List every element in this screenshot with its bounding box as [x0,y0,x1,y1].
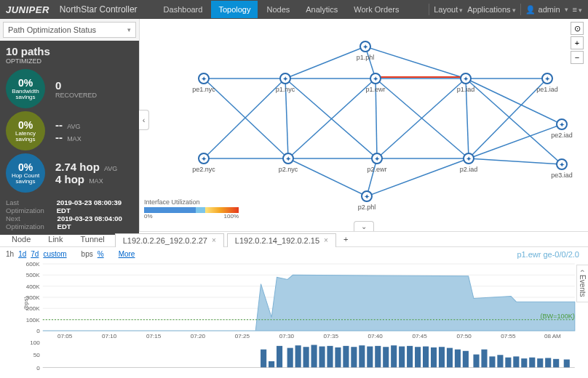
nav-right: Layout▾ Applications▾ 👤 admin▾ ≡▾ [429,4,582,15]
svg-rect-98 [367,347,373,368]
chart-more[interactable]: More [119,250,135,258]
range-custom[interactable]: custom [43,250,66,258]
svg-rect-121 [553,359,559,368]
nav-nodes[interactable]: Nodes [259,1,297,18]
bottom-tabs: Node Link Tunnel L192.0.2.26_192.0.2.27×… [0,231,588,247]
map-tools: ⊙ + − [571,22,584,64]
map-zoom-in-button[interactable]: + [571,36,584,49]
svg-text:✦: ✦ [364,193,370,201]
chevron-down-icon: ▾ [565,6,568,13]
svg-rect-101 [391,345,397,367]
svg-rect-107 [439,347,445,367]
app-title: NorthStar Controller [60,4,138,15]
paths-count: 10 paths [6,45,133,57]
svg-rect-104 [415,347,421,367]
svg-rect-95 [343,346,349,368]
svg-text:07:20: 07:20 [191,333,206,339]
close-icon[interactable]: × [324,236,328,244]
svg-line-11 [288,158,367,196]
svg-text:0: 0 [36,365,40,371]
nav-analytics[interactable]: Analytics [298,1,345,18]
svg-rect-110 [463,351,469,368]
svg-rect-113 [489,356,495,367]
optimization-stats: 10 paths OPTIMIZED 0% Bandwidth savings … [0,41,139,196]
tab-file-0[interactable]: L192.0.2.26_192.0.2.27× [115,233,224,247]
brand-logo: JUNIPER [6,4,49,15]
svg-rect-96 [351,347,357,367]
sidebar: Path Optimization Status ▾ 10 paths OPTI… [0,19,140,231]
svg-text:pe2.iad: pe2.iad [551,132,573,139]
svg-rect-103 [407,346,413,368]
svg-line-7 [469,158,562,164]
svg-rect-85 [261,350,266,368]
svg-text:08 AM: 08 AM [544,333,561,339]
topology-canvas[interactable]: ‹ ✦p1.phl✦pe1.nyc✦p1.nyc✦p1.ewr✦p1.iad✦p… [140,19,588,231]
tab-tunnel[interactable]: Tunnel [73,233,111,246]
svg-line-13 [367,158,469,196]
nav-user[interactable]: 👤 admin▾ [525,5,568,15]
nav-topology[interactable]: Topology [211,1,258,18]
svg-text:✦: ✦ [285,155,291,163]
svg-rect-93 [327,346,333,368]
svg-text:07:45: 07:45 [412,333,427,339]
nav-dashboard[interactable]: Dashboard [156,1,210,18]
nav-work-orders[interactable]: Work Orders [346,1,406,18]
map-center-button[interactable]: ⊙ [571,22,584,35]
user-icon: 👤 [525,5,536,15]
units-pct[interactable]: % [98,250,104,258]
tab-node[interactable]: Node [4,233,38,246]
svg-text:pe1.iad: pe1.iad [536,86,558,93]
svg-rect-100 [383,347,389,367]
range-1h[interactable]: 1h [6,250,14,258]
svg-rect-117 [521,358,527,367]
svg-text:✦: ✦ [373,75,378,83]
close-icon[interactable]: × [212,236,216,244]
svg-text:07:30: 07:30 [279,333,295,339]
svg-rect-102 [399,347,405,368]
recovered-metric: 0 RECOVERED [55,79,97,99]
nav-applications[interactable]: Applications▾ [467,5,515,14]
svg-text:p2.nyc: p2.nyc [279,166,298,173]
separator [520,4,521,15]
chart-controls: 1h 1d 7d custom bps % More [6,250,582,258]
chevron-down-icon: ▾ [127,26,131,33]
svg-rect-115 [505,358,511,368]
svg-text:100: 100 [30,341,40,346]
range-7d[interactable]: 7d [31,250,39,258]
tab-file-1[interactable]: L192.0.2.14_192.0.2.15× [227,233,336,247]
svg-text:07:35: 07:35 [324,333,339,339]
nav-layout[interactable]: Layout▾ [434,5,463,14]
units-bps[interactable]: bps [82,250,93,258]
latency-donut: 0% Latency savings [6,111,45,150]
tab-add-button[interactable]: + [339,235,352,244]
svg-rect-119 [537,358,543,367]
chevron-down-icon: ▾ [512,7,516,14]
svg-rect-111 [473,355,479,368]
svg-text:07:05: 07:05 [57,333,73,339]
range-1d[interactable]: 1d [18,250,26,258]
svg-rect-116 [513,356,519,367]
svg-text:07:10: 07:10 [102,333,117,339]
svg-rect-118 [529,358,535,368]
svg-text:✦: ✦ [201,155,207,163]
svg-text:✦: ✦ [201,75,207,83]
hamburger-menu[interactable]: ≡▾ [573,5,582,14]
y-axis-label: (bps) [23,297,29,310]
svg-text:✦: ✦ [463,75,469,83]
latency-metric: -- AVG -- MAX [55,118,82,143]
svg-rect-112 [481,350,487,368]
hopcount-donut: 0% Hop Count savings [6,153,45,193]
expand-panel-button[interactable]: ⌄ [354,221,374,231]
optimization-times: Last Optimization2019-03-23 08:00:39 EDT… [0,196,139,235]
top-bar: JUNIPER NorthStar Controller Dashboard T… [0,0,588,19]
traffic-chart[interactable]: (BW=100K) 0100K200K300K400K500K600K 07:0… [6,260,582,339]
svg-text:p2.iad: p2.iad [460,166,478,173]
sidebar-dropdown[interactable]: Path Optimization Status ▾ [3,22,136,38]
tab-link[interactable]: Link [41,233,70,246]
svg-text:07:40: 07:40 [368,333,384,339]
bar-chart[interactable]: 050100 [6,341,582,371]
svg-text:✦: ✦ [559,161,565,169]
map-zoom-out-button[interactable]: − [571,51,584,64]
svg-text:✦: ✦ [282,75,288,83]
svg-text:600K: 600K [26,261,41,268]
